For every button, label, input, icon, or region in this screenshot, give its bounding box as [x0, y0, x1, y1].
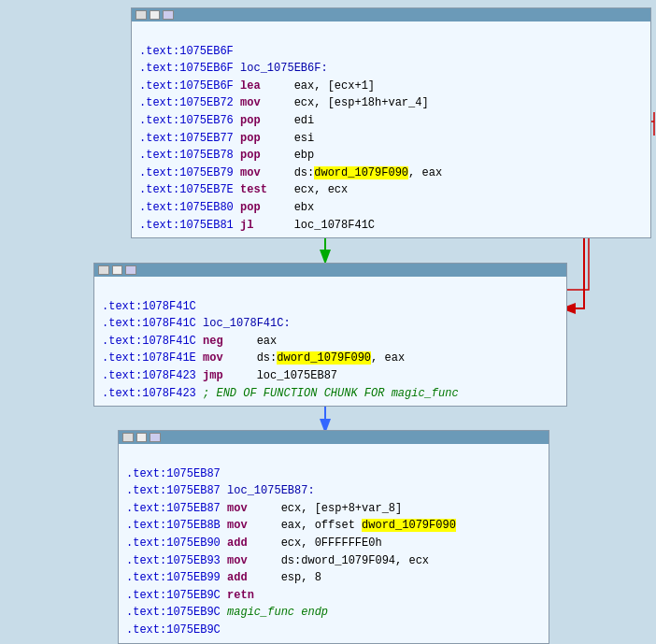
code-block-1: .text:1075EB6F .text:1075EB6F loc_1075EB…	[131, 7, 651, 238]
code-block-2: .text:1078F41C .text:1078F41C loc_1078F4…	[93, 263, 567, 407]
icon-graph[interactable]	[125, 265, 136, 275]
icon-doc[interactable]	[136, 433, 147, 442]
line-addr: .text:1075EB6F	[139, 45, 234, 58]
block3-header	[119, 431, 549, 444]
icon-graph[interactable]	[150, 433, 161, 442]
block2-content: .text:1078F41C .text:1078F41C loc_1078F4…	[94, 277, 566, 406]
code-block-3: .text:1075EB87 .text:1075EB87 loc_1075EB…	[118, 430, 549, 644]
icon-minimize[interactable]	[98, 265, 109, 275]
icon-doc[interactable]	[150, 10, 160, 20]
block1-content: .text:1075EB6F .text:1075EB6F loc_1075EB…	[132, 21, 650, 237]
block3-content: .text:1075EB87 .text:1075EB87 loc_1075EB…	[119, 444, 549, 643]
icon-minimize[interactable]	[135, 10, 147, 20]
icon-minimize[interactable]	[122, 433, 134, 442]
block2-header	[94, 264, 566, 277]
icon-doc[interactable]	[112, 265, 122, 275]
icon-graph[interactable]	[163, 10, 174, 20]
block1-header	[132, 8, 650, 21]
